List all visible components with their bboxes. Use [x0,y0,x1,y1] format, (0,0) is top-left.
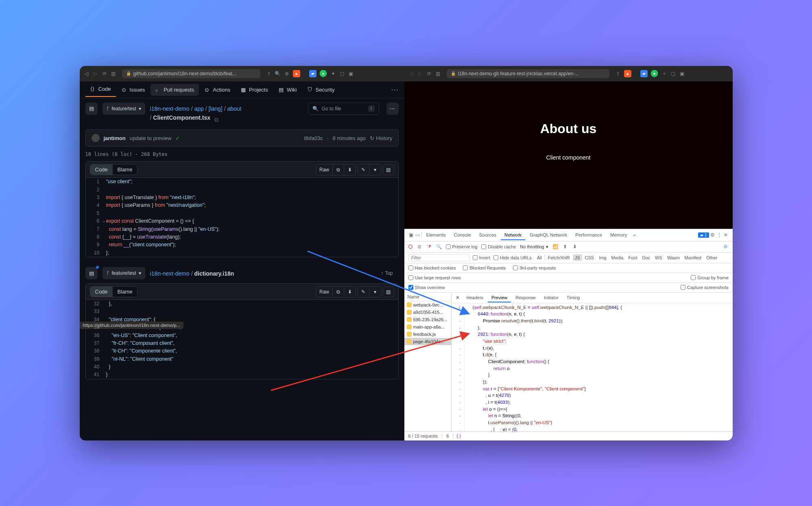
share-icon[interactable]: ⇪ [266,71,272,77]
toggle-blame-2[interactable]: Blame [113,287,138,297]
close-detail-icon[interactable]: ✕ [453,295,462,300]
extension-blue-icon[interactable]: ▰ [640,70,648,77]
request-row[interactable]: page-4fa104c... [404,338,451,345]
bookmark-icon[interactable]: ⊕ [284,71,290,77]
edit-chevron-2[interactable]: ▾ [369,287,381,297]
overflow-button[interactable]: ⋯ [391,85,399,94]
type-filter-img[interactable]: Img [597,254,608,261]
tab-sources[interactable]: Sources [476,230,500,240]
commit-author[interactable]: jantimon [104,135,126,141]
has-blocked-cookies-checkbox[interactable]: Has blocked cookies [408,265,456,270]
extension-green-icon[interactable]: ● [320,70,327,77]
edit-button[interactable]: ✎ [358,164,369,175]
status-check-icon[interactable]: ✓ [175,135,180,141]
history-link[interactable]: ↻History [370,135,392,141]
bc-repo-2[interactable]: i18n-next-demo [150,270,190,277]
sidebar-icon[interactable]: ▥ [111,71,116,77]
file-search[interactable]: 🔍 Go to file t [308,103,379,115]
request-row[interactable]: a9d1056-415... [404,309,451,316]
more-options-button[interactable]: ⋯ [386,103,399,115]
reload-icon[interactable]: ⟳ [102,71,107,77]
panel-icon[interactable]: ▢ [339,71,345,77]
extensions-puzzle-icon[interactable]: ✦ [330,71,336,77]
download-icon[interactable]: ⬇ [572,244,578,250]
type-filter-ws[interactable]: WS [653,254,664,261]
copy-raw-button-2[interactable]: ⧉ [333,287,344,297]
reload-icon[interactable]: ⟳ [426,71,432,77]
blocked-requests-checkbox[interactable]: Blocked Requests [463,265,506,270]
wifi-icon[interactable]: 📶 [552,244,558,250]
filter-icon[interactable]: ⧩ [426,244,432,250]
chevron-right-icon[interactable]: » [632,232,637,238]
large-rows-checkbox[interactable]: Use large request rows [408,275,461,280]
show-overview-checkbox[interactable]: Show overview [408,285,445,290]
detail-tab-response[interactable]: Response [512,293,539,302]
nav-back-icon[interactable]: ◁ [408,71,414,77]
tab-wiki[interactable]: ▤Wiki [274,84,302,96]
upload-icon[interactable]: ⬆ [562,244,568,250]
tab-network[interactable]: Network [501,230,525,240]
request-row[interactable]: webpack-9ec... [404,301,451,309]
avatar[interactable] [92,134,100,142]
clear-icon[interactable]: ⊘ [417,244,422,250]
brave-shield-icon[interactable]: ▲ [293,70,300,77]
file-tree-toggle[interactable]: ▤ [85,103,98,115]
type-filter-manifest[interactable]: Manifest [683,254,704,261]
bc-lang[interactable]: [lang] [209,105,223,112]
disable-cache-checkbox[interactable]: Disable cache [481,244,516,249]
bc-repo[interactable]: i18n-next-demo [150,105,190,112]
tab-security[interactable]: ⛉Security [302,84,339,96]
type-filter-media[interactable]: Media [609,254,626,261]
request-row[interactable]: main-app-a6a... [404,323,451,331]
raw-button[interactable]: Raw [317,164,333,175]
tab-issues[interactable]: ⊙Issues [117,84,150,96]
raw-button-2[interactable]: Raw [317,287,333,297]
tab-memory[interactable]: Memory [607,230,631,240]
close-icon[interactable]: ✕ [723,232,729,238]
tab-gql[interactable]: GraphQL Network [526,230,571,240]
preserve-log-checkbox[interactable]: Preserve log [446,244,478,249]
pip-icon[interactable]: ▣ [348,71,354,77]
edit-button-2[interactable]: ✎ [358,287,369,297]
type-filter-css[interactable]: CSS [583,254,596,261]
copy-raw-button[interactable]: ⧉ [333,164,344,175]
url-bar[interactable]: 🔒 github.com/jantimon/i18n-next-demo/blo… [122,69,260,78]
tab-actions[interactable]: ⊙Actions [200,84,235,96]
issues-indicator[interactable]: ▰ 1 [698,232,709,238]
nav-back-icon[interactable]: ◁ [84,71,89,77]
toggle-code[interactable]: Code [90,164,113,175]
detail-tab-headers[interactable]: Headers [463,293,487,302]
extension-green-icon[interactable]: ● [651,70,658,77]
tab-projects[interactable]: ▦Projects [236,84,273,96]
url-bar-right[interactable]: 🔒 i18n-next-demo-git-feature-test-jnickl… [447,69,609,78]
commit-msg[interactable]: update to preview [130,135,172,141]
type-filter-doc[interactable]: Doc [640,254,653,261]
capture-screenshots-checkbox[interactable]: Capture screenshots [681,285,729,290]
detail-tab-initiator[interactable]: Initiator [540,293,562,302]
request-row[interactable]: feedback.js [404,331,451,338]
tab-pull-requests[interactable]: ⟔Pull requests [151,84,199,96]
type-filter-other[interactable]: Other [704,254,720,261]
sidebar-icon[interactable]: ▥ [435,71,441,77]
branch-selector-2[interactable]: ᚶ feature/test ▾ [103,267,145,279]
group-by-frame-checkbox[interactable]: Group by frame [691,275,728,280]
name-column-header[interactable]: Name [404,293,451,301]
format-icon[interactable]: { } [453,434,464,438]
panel-icon[interactable]: ▢ [670,71,676,77]
network-settings-icon[interactable]: ⚙ [723,244,729,250]
download-button[interactable]: ⬇ [344,164,356,175]
third-party-checkbox[interactable]: 3rd-party requests [513,265,556,270]
tab-console[interactable]: Console [450,230,474,240]
commit-sha[interactable]: 8bfa03c [304,135,323,141]
bc-about[interactable]: about [227,105,241,112]
extension-blue-icon[interactable]: ▰ [309,70,317,77]
symbols-button[interactable]: ▤ [383,164,394,175]
extensions-puzzle-icon[interactable]: ✦ [661,71,667,77]
tab-code[interactable]: ⟨⟩ Code [85,83,116,97]
record-button[interactable] [408,245,413,249]
devices-icon[interactable]: ▭ [415,232,421,238]
nav-forward-icon[interactable]: ▷ [93,71,98,77]
type-filter-font[interactable]: Font [626,254,639,261]
filter-input[interactable] [408,254,469,261]
nav-forward-icon[interactable]: ▷ [417,71,423,77]
